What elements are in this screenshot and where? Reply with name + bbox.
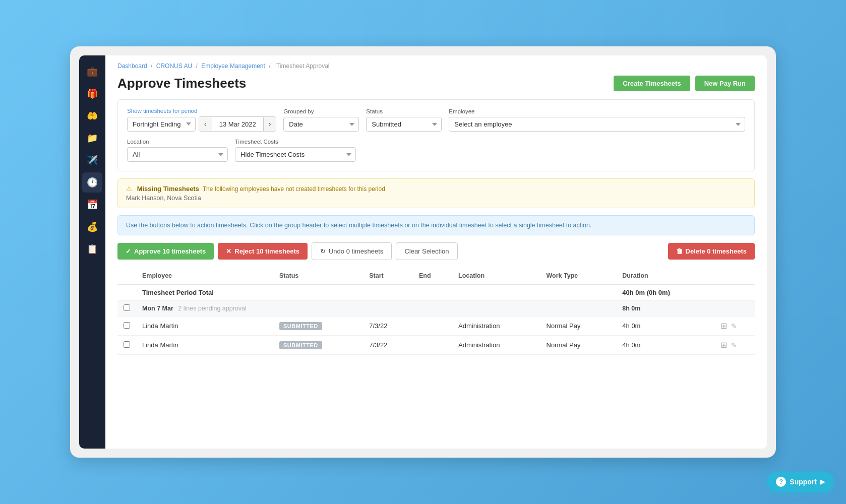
row-location-2: Administration: [452, 336, 540, 355]
row-start-1: 7/3/22: [363, 317, 413, 336]
col-start: Start: [363, 267, 413, 285]
group-header-date: Mon 7 Mar 2 lines pending approval: [136, 301, 616, 317]
filter-group-location: Location All: [127, 139, 228, 162]
col-checkbox: [117, 267, 136, 285]
table-header-row: Employee Status Start End Location Work …: [117, 267, 755, 285]
undo-icon: ↻: [320, 247, 326, 255]
group-header-checkbox[interactable]: [124, 304, 130, 311]
action-bar: ✓ Approve 10 timesheets ✕ Reject 10 time…: [117, 242, 755, 260]
row-status-2: SUBMITTED: [273, 336, 363, 355]
group-pending-label: 2 lines pending approval: [178, 305, 247, 312]
period-label: Show timesheets for period: [127, 108, 276, 114]
sidebar: 💼 🎁 🤲 📁 ✈️ 🕐 📅 💰: [79, 55, 105, 449]
col-end: End: [413, 267, 452, 285]
row-actions-2: ⊞ ✎: [714, 336, 755, 355]
sidebar-item-plane[interactable]: ✈️: [82, 150, 102, 170]
row-work-type-2: Normal Pay: [540, 336, 617, 355]
row-status-1: SUBMITTED: [273, 317, 363, 336]
grouped-select[interactable]: Date: [283, 117, 359, 132]
support-button[interactable]: ? Support ▶: [767, 472, 834, 492]
sidebar-item-clock[interactable]: 🕐: [82, 172, 102, 193]
plane-icon: ✈️: [87, 155, 98, 166]
col-location: Location: [452, 267, 540, 285]
filter-row-1: Show timesheets for period Fortnight End…: [127, 108, 745, 132]
trash-icon: 🗑: [676, 247, 683, 255]
new-pay-run-button[interactable]: New Pay Run: [695, 76, 755, 91]
warning-icon: ⚠: [126, 185, 132, 193]
filter-group-employee: Employee Select an employee: [449, 108, 745, 132]
sidebar-item-clipboard[interactable]: 📋: [82, 239, 102, 259]
sidebar-item-gift[interactable]: 🎁: [82, 84, 102, 104]
table-section: Employee Status Start End Location Work …: [117, 267, 755, 355]
sidebar-item-calendar[interactable]: 📅: [82, 195, 102, 215]
header-buttons: Create Timesheets New Pay Run: [614, 76, 755, 91]
group-header-row[interactable]: Mon 7 Mar 2 lines pending approval 8h 0m: [117, 301, 755, 317]
check-circle-icon: ✓: [126, 247, 131, 255]
sidebar-item-hand[interactable]: 🤲: [82, 106, 102, 126]
filter-group-period: Show timesheets for period Fortnight End…: [127, 108, 276, 132]
status-select[interactable]: Submitted: [366, 117, 442, 132]
gift-icon: 🎁: [87, 88, 98, 99]
page-title: Approve Timesheets: [117, 76, 246, 91]
row-work-type-1: Normal Pay: [540, 317, 617, 336]
sidebar-item-folder[interactable]: 📁: [82, 128, 102, 148]
row-checkbox-2[interactable]: [124, 341, 130, 348]
row-action-icon-1[interactable]: ⊞: [720, 322, 727, 330]
row-action-icon-2[interactable]: ⊞: [720, 341, 727, 349]
info-message: Use the buttons below to action timeshee…: [126, 222, 591, 229]
x-circle-icon: ✕: [226, 247, 231, 255]
delete-button[interactable]: 🗑 Delete 0 timesheets: [668, 243, 755, 260]
table-row: Linda Martin SUBMITTED 7/3/22 Administra…: [117, 317, 755, 336]
filter-group-costs: Timesheet Costs Hide Timesheet Costs: [235, 139, 356, 162]
calendar-icon: 📅: [87, 199, 98, 210]
row-duration-2: 4h 0m: [616, 336, 714, 355]
row-duration-1: 4h 0m: [616, 317, 714, 336]
period-select[interactable]: Fortnight Ending: [127, 117, 196, 132]
clock-icon: 🕐: [87, 177, 98, 188]
hand-icon: 🤲: [87, 110, 98, 121]
location-label: Location: [127, 139, 228, 145]
clear-selection-button[interactable]: Clear Selection: [396, 242, 457, 260]
row-location-1: Administration: [452, 317, 540, 336]
undo-button[interactable]: ↻ Undo 0 timesheets: [312, 242, 392, 260]
grouped-label: Grouped by: [283, 108, 359, 114]
col-employee: Employee: [136, 267, 273, 285]
warning-subtitle: The following employees have not created…: [201, 185, 385, 193]
col-duration: Duration: [616, 267, 714, 285]
row-employee-2: Linda Martin: [136, 336, 273, 355]
create-timesheets-button[interactable]: Create Timesheets: [614, 76, 690, 91]
filter-row-2: Location All Timesheet Costs Hide Timesh…: [127, 139, 745, 162]
period-total-row: Timesheet Period Total 40h 0m (0h 0m): [117, 285, 755, 301]
status-label: Status: [366, 108, 442, 114]
page-header: Approve Timesheets Create Timesheets New…: [105, 72, 767, 99]
employee-select[interactable]: Select an employee: [449, 117, 745, 132]
row-edit-icon-1[interactable]: ✎: [731, 322, 737, 330]
col-status: Status: [273, 267, 363, 285]
costs-select[interactable]: Hide Timesheet Costs: [235, 147, 356, 162]
location-select[interactable]: All: [127, 147, 228, 162]
approve-button[interactable]: ✓ Approve 10 timesheets: [117, 243, 214, 260]
row-end-1: [413, 317, 452, 336]
breadcrumb-employee-mgmt[interactable]: Employee Management: [201, 62, 265, 70]
info-banner: Use the buttons below to action timeshee…: [117, 215, 755, 235]
status-badge-1: SUBMITTED: [279, 322, 322, 330]
support-arrow-icon: ▶: [820, 478, 825, 485]
row-checkbox-1[interactable]: [124, 322, 130, 329]
breadcrumb-cronus[interactable]: CRONUS AU: [156, 62, 192, 70]
breadcrumb-dashboard[interactable]: Dashboard: [117, 62, 147, 70]
row-end-2: [413, 336, 452, 355]
status-badge-2: SUBMITTED: [279, 341, 322, 349]
date-prev-button[interactable]: ‹: [199, 117, 212, 131]
sidebar-item-briefcase[interactable]: 💼: [82, 61, 102, 82]
costs-label: Timesheet Costs: [235, 139, 356, 145]
filter-group-status: Status Submitted: [366, 108, 442, 132]
support-icon: ?: [776, 477, 786, 487]
row-edit-icon-2[interactable]: ✎: [731, 341, 737, 349]
warning-title: Missing Timesheets: [137, 185, 199, 193]
coin-icon: 💰: [87, 221, 98, 232]
row-start-2: 7/3/22: [363, 336, 413, 355]
reject-button[interactable]: ✕ Reject 10 timesheets: [218, 243, 308, 260]
breadcrumb: Dashboard / CRONUS AU / Employee Managem…: [105, 55, 767, 72]
sidebar-item-coin[interactable]: 💰: [82, 217, 102, 237]
date-next-button[interactable]: ›: [264, 117, 276, 131]
